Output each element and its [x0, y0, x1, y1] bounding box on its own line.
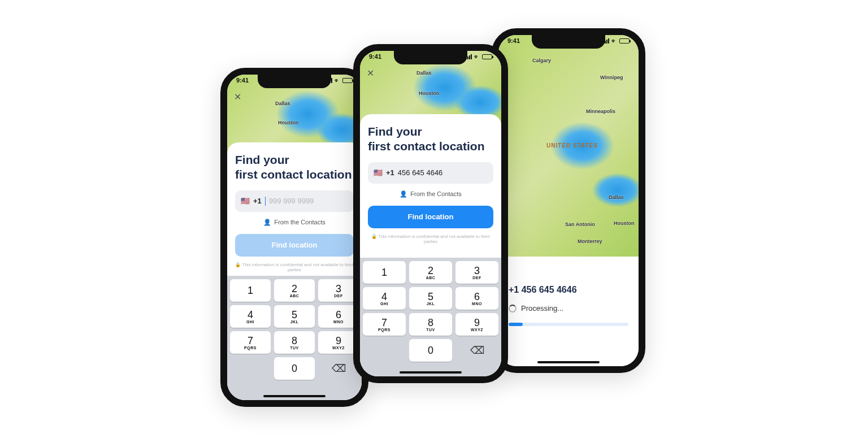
confidential-info: This information is confidential and not…	[368, 234, 493, 244]
key-blank	[230, 357, 271, 380]
progress-fill	[509, 323, 523, 326]
numeric-keypad: 1 2ABC 3DEF 4GHI 5JKL 6MNO 7PQRS 8TUV 9W…	[227, 276, 362, 400]
country-code[interactable]: +1	[386, 168, 394, 177]
map-city-houston: Houston	[614, 220, 635, 226]
key-6[interactable]: 6MNO	[455, 287, 498, 310]
map-city-monterrey: Monterrey	[578, 238, 602, 244]
key-4[interactable]: 4GHI	[363, 287, 406, 310]
find-location-button[interactable]: Find location	[368, 206, 493, 228]
sheet-title: Find your first contact location	[235, 153, 354, 183]
battery-icon	[482, 54, 492, 59]
find-location-button[interactable]: Find location	[235, 234, 354, 257]
wifi-icon: ᯤ	[335, 77, 340, 84]
key-8[interactable]: 8TUV	[409, 313, 452, 336]
wifi-icon: ᯤ	[474, 54, 480, 60]
from-contacts-button[interactable]: 👤 From the Contacts	[235, 219, 354, 226]
phone-notch	[532, 35, 605, 49]
key-3[interactable]: 3DEF	[455, 261, 498, 284]
close-icon[interactable]: ✕	[234, 92, 241, 102]
flag-icon[interactable]: 🇺🇸	[241, 197, 250, 205]
status-time: 9:41	[236, 77, 249, 84]
close-icon[interactable]: ✕	[367, 68, 374, 79]
phone-input[interactable]: 🇺🇸 +1 456 645 4646	[368, 162, 493, 184]
home-indicator[interactable]	[537, 361, 600, 363]
phone-placeholder: 999 999 9999	[269, 197, 314, 205]
wifi-icon: ᯤ	[611, 38, 617, 44]
title-line1: Find your	[235, 153, 289, 166]
processing-label: Processing...	[521, 304, 563, 313]
progress-bar	[509, 323, 628, 326]
key-0[interactable]: 0	[274, 357, 315, 380]
from-contacts-label: From the Contacts	[274, 219, 325, 225]
key-0[interactable]: 0	[409, 339, 452, 362]
spinner-icon	[509, 305, 517, 313]
map-city-dallas: Dallas	[416, 70, 432, 76]
map-city-winnipeg: Winnipeg	[600, 75, 623, 80]
text-cursor	[265, 197, 266, 206]
phone-value: 456 645 4646	[398, 168, 443, 177]
title-line1: Find your	[368, 125, 422, 138]
title-line2: first contact location	[368, 140, 485, 153]
map-city-houston: Houston	[419, 90, 440, 96]
key-5[interactable]: 5JKL	[274, 305, 315, 328]
status-time: 9:41	[507, 37, 520, 44]
home-indicator[interactable]	[263, 395, 326, 397]
phone-mockup-empty: 9:41 ᯤ Dallas Houston ✕ Find your first …	[220, 68, 368, 407]
phone-mockup-processing: 9:41 ᯤ Calgary Winnipeg Minneapolis UNIT…	[492, 28, 645, 373]
key-1[interactable]: 1	[363, 261, 406, 284]
battery-icon	[342, 78, 353, 83]
title-line2: first contact location	[235, 168, 352, 181]
key-7[interactable]: 7PQRS	[363, 313, 406, 336]
map-city-minneapolis: Minneapolis	[586, 108, 615, 114]
key-5[interactable]: 5JKL	[409, 287, 452, 310]
phone-input[interactable]: 🇺🇸 +1 999 999 9999	[235, 190, 354, 212]
home-indicator[interactable]	[400, 371, 462, 374]
map-city-dallas: Dallas	[609, 194, 624, 200]
find-button-label: Find location	[408, 212, 454, 221]
from-contacts-button[interactable]: 👤 From the Contacts	[368, 190, 493, 198]
phone-mockup-filled: 9:41 ᯤ Dallas Houston ✕ Find your first …	[353, 44, 508, 383]
numeric-keypad: 1 2ABC 3DEF 4GHI 5JKL 6MNO 7PQRS 8TUV 9W…	[360, 258, 501, 376]
phone-notch	[258, 75, 331, 88]
map-city-dallas: Dallas	[275, 101, 290, 106]
contacts-icon: 👤	[400, 190, 407, 198]
key-2[interactable]: 2ABC	[274, 279, 315, 302]
battery-icon	[619, 38, 630, 44]
map-country-us: UNITED STATES	[546, 142, 598, 149]
key-1[interactable]: 1	[230, 279, 271, 302]
key-2[interactable]: 2ABC	[409, 261, 452, 284]
result-phone-number: +1 456 645 4646	[509, 285, 628, 295]
map-city-san-antonio: San Antonio	[565, 222, 595, 227]
map-city-calgary: Calgary	[532, 58, 551, 63]
processing-row: Processing...	[509, 304, 628, 313]
map-background[interactable]: Calgary Winnipeg Minneapolis UNITED STAT…	[498, 35, 639, 257]
flag-icon[interactable]: 🇺🇸	[374, 168, 383, 177]
status-time: 9:41	[369, 53, 381, 60]
key-blank	[363, 339, 406, 362]
from-contacts-label: From the Contacts	[410, 190, 461, 197]
phone-notch	[394, 51, 467, 64]
confidential-info: This information is confidential and not…	[235, 262, 354, 272]
result-sheet: +1 456 645 4646 Processing...	[498, 272, 639, 366]
map-city-houston: Houston	[278, 120, 299, 125]
sheet-title: Find your first contact location	[368, 124, 493, 154]
find-button-label: Find location	[272, 241, 318, 249]
key-4[interactable]: 4GHI	[230, 305, 271, 328]
key-8[interactable]: 8TUV	[274, 331, 315, 354]
key-7[interactable]: 7PQRS	[230, 331, 271, 354]
key-9[interactable]: 9WXYZ	[455, 313, 498, 336]
contacts-icon: 👤	[263, 219, 271, 226]
key-backspace[interactable]: ⌫	[455, 339, 498, 362]
country-code[interactable]: +1	[253, 197, 262, 205]
